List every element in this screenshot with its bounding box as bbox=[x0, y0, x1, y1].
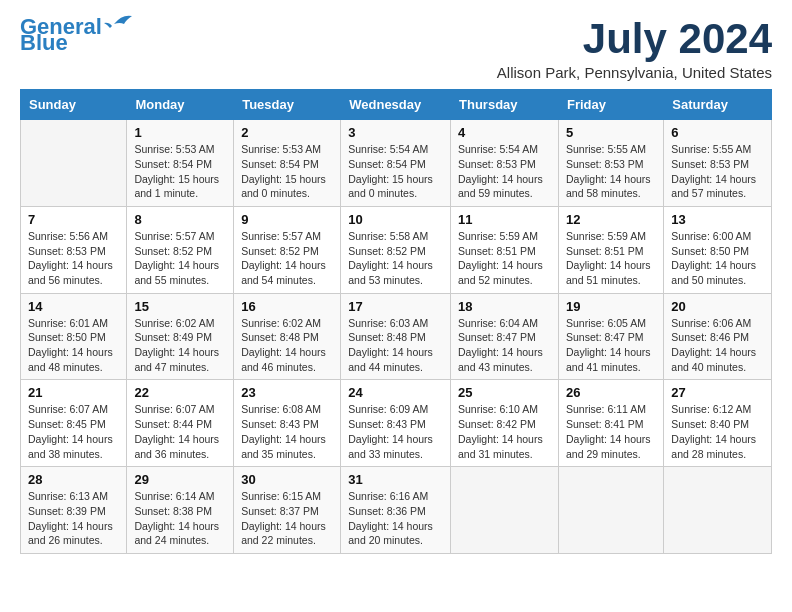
week-row-3: 14Sunrise: 6:01 AMSunset: 8:50 PMDayligh… bbox=[21, 293, 772, 380]
day-number: 9 bbox=[241, 212, 333, 227]
day-number: 2 bbox=[241, 125, 333, 140]
calendar-cell: 7Sunrise: 5:56 AMSunset: 8:53 PMDaylight… bbox=[21, 206, 127, 293]
calendar-cell: 30Sunrise: 6:15 AMSunset: 8:37 PMDayligh… bbox=[234, 467, 341, 554]
day-number: 6 bbox=[671, 125, 764, 140]
day-info: Sunrise: 5:55 AMSunset: 8:53 PMDaylight:… bbox=[671, 142, 764, 201]
day-number: 29 bbox=[134, 472, 226, 487]
day-number: 26 bbox=[566, 385, 656, 400]
calendar-cell: 9Sunrise: 5:57 AMSunset: 8:52 PMDaylight… bbox=[234, 206, 341, 293]
day-info: Sunrise: 5:57 AMSunset: 8:52 PMDaylight:… bbox=[134, 229, 226, 288]
day-info: Sunrise: 5:54 AMSunset: 8:54 PMDaylight:… bbox=[348, 142, 443, 201]
calendar-cell: 6Sunrise: 5:55 AMSunset: 8:53 PMDaylight… bbox=[664, 120, 772, 207]
calendar-cell: 1Sunrise: 5:53 AMSunset: 8:54 PMDaylight… bbox=[127, 120, 234, 207]
day-info: Sunrise: 6:00 AMSunset: 8:50 PMDaylight:… bbox=[671, 229, 764, 288]
day-number: 20 bbox=[671, 299, 764, 314]
calendar-cell: 5Sunrise: 5:55 AMSunset: 8:53 PMDaylight… bbox=[558, 120, 663, 207]
day-number: 13 bbox=[671, 212, 764, 227]
logo: General Blue bbox=[20, 16, 134, 54]
day-number: 21 bbox=[28, 385, 119, 400]
page-header: General Blue July 2024 Allison Park, Pen… bbox=[20, 16, 772, 81]
calendar-cell: 25Sunrise: 6:10 AMSunset: 8:42 PMDayligh… bbox=[451, 380, 559, 467]
day-info: Sunrise: 6:01 AMSunset: 8:50 PMDaylight:… bbox=[28, 316, 119, 375]
header-friday: Friday bbox=[558, 90, 663, 120]
calendar-cell: 19Sunrise: 6:05 AMSunset: 8:47 PMDayligh… bbox=[558, 293, 663, 380]
day-number: 11 bbox=[458, 212, 551, 227]
day-info: Sunrise: 5:57 AMSunset: 8:52 PMDaylight:… bbox=[241, 229, 333, 288]
day-number: 10 bbox=[348, 212, 443, 227]
calendar-cell: 3Sunrise: 5:54 AMSunset: 8:54 PMDaylight… bbox=[341, 120, 451, 207]
day-number: 18 bbox=[458, 299, 551, 314]
title-block: July 2024 Allison Park, Pennsylvania, Un… bbox=[497, 16, 772, 81]
calendar-cell: 21Sunrise: 6:07 AMSunset: 8:45 PMDayligh… bbox=[21, 380, 127, 467]
calendar-table: SundayMondayTuesdayWednesdayThursdayFrid… bbox=[20, 89, 772, 554]
day-info: Sunrise: 6:07 AMSunset: 8:45 PMDaylight:… bbox=[28, 402, 119, 461]
day-number: 16 bbox=[241, 299, 333, 314]
calendar-cell bbox=[664, 467, 772, 554]
calendar-cell: 14Sunrise: 6:01 AMSunset: 8:50 PMDayligh… bbox=[21, 293, 127, 380]
calendar-cell: 8Sunrise: 5:57 AMSunset: 8:52 PMDaylight… bbox=[127, 206, 234, 293]
day-info: Sunrise: 6:02 AMSunset: 8:48 PMDaylight:… bbox=[241, 316, 333, 375]
header-wednesday: Wednesday bbox=[341, 90, 451, 120]
calendar-cell: 27Sunrise: 6:12 AMSunset: 8:40 PMDayligh… bbox=[664, 380, 772, 467]
day-number: 22 bbox=[134, 385, 226, 400]
calendar-cell: 28Sunrise: 6:13 AMSunset: 8:39 PMDayligh… bbox=[21, 467, 127, 554]
week-row-2: 7Sunrise: 5:56 AMSunset: 8:53 PMDaylight… bbox=[21, 206, 772, 293]
calendar-cell bbox=[558, 467, 663, 554]
calendar-cell: 13Sunrise: 6:00 AMSunset: 8:50 PMDayligh… bbox=[664, 206, 772, 293]
day-number: 31 bbox=[348, 472, 443, 487]
day-number: 14 bbox=[28, 299, 119, 314]
day-info: Sunrise: 5:59 AMSunset: 8:51 PMDaylight:… bbox=[566, 229, 656, 288]
calendar-header: SundayMondayTuesdayWednesdayThursdayFrid… bbox=[21, 90, 772, 120]
calendar-cell: 26Sunrise: 6:11 AMSunset: 8:41 PMDayligh… bbox=[558, 380, 663, 467]
day-number: 12 bbox=[566, 212, 656, 227]
day-number: 8 bbox=[134, 212, 226, 227]
day-info: Sunrise: 6:06 AMSunset: 8:46 PMDaylight:… bbox=[671, 316, 764, 375]
day-number: 28 bbox=[28, 472, 119, 487]
calendar-cell: 23Sunrise: 6:08 AMSunset: 8:43 PMDayligh… bbox=[234, 380, 341, 467]
calendar-cell: 4Sunrise: 5:54 AMSunset: 8:53 PMDaylight… bbox=[451, 120, 559, 207]
calendar-cell: 20Sunrise: 6:06 AMSunset: 8:46 PMDayligh… bbox=[664, 293, 772, 380]
calendar-body: 1Sunrise: 5:53 AMSunset: 8:54 PMDaylight… bbox=[21, 120, 772, 554]
week-row-5: 28Sunrise: 6:13 AMSunset: 8:39 PMDayligh… bbox=[21, 467, 772, 554]
header-tuesday: Tuesday bbox=[234, 90, 341, 120]
calendar-cell: 18Sunrise: 6:04 AMSunset: 8:47 PMDayligh… bbox=[451, 293, 559, 380]
day-number: 19 bbox=[566, 299, 656, 314]
day-number: 25 bbox=[458, 385, 551, 400]
day-number: 7 bbox=[28, 212, 119, 227]
day-info: Sunrise: 5:59 AMSunset: 8:51 PMDaylight:… bbox=[458, 229, 551, 288]
header-monday: Monday bbox=[127, 90, 234, 120]
month-title: July 2024 bbox=[497, 16, 772, 62]
calendar-cell: 16Sunrise: 6:02 AMSunset: 8:48 PMDayligh… bbox=[234, 293, 341, 380]
day-info: Sunrise: 6:08 AMSunset: 8:43 PMDaylight:… bbox=[241, 402, 333, 461]
day-info: Sunrise: 5:53 AMSunset: 8:54 PMDaylight:… bbox=[134, 142, 226, 201]
day-info: Sunrise: 6:14 AMSunset: 8:38 PMDaylight:… bbox=[134, 489, 226, 548]
day-number: 5 bbox=[566, 125, 656, 140]
day-number: 15 bbox=[134, 299, 226, 314]
day-info: Sunrise: 6:05 AMSunset: 8:47 PMDaylight:… bbox=[566, 316, 656, 375]
calendar-cell: 10Sunrise: 5:58 AMSunset: 8:52 PMDayligh… bbox=[341, 206, 451, 293]
header-row: SundayMondayTuesdayWednesdayThursdayFrid… bbox=[21, 90, 772, 120]
calendar-cell: 29Sunrise: 6:14 AMSunset: 8:38 PMDayligh… bbox=[127, 467, 234, 554]
calendar-cell: 22Sunrise: 6:07 AMSunset: 8:44 PMDayligh… bbox=[127, 380, 234, 467]
calendar-cell bbox=[451, 467, 559, 554]
logo-blue: Blue bbox=[20, 32, 68, 54]
day-info: Sunrise: 6:13 AMSunset: 8:39 PMDaylight:… bbox=[28, 489, 119, 548]
calendar-cell: 31Sunrise: 6:16 AMSunset: 8:36 PMDayligh… bbox=[341, 467, 451, 554]
calendar-cell: 15Sunrise: 6:02 AMSunset: 8:49 PMDayligh… bbox=[127, 293, 234, 380]
week-row-4: 21Sunrise: 6:07 AMSunset: 8:45 PMDayligh… bbox=[21, 380, 772, 467]
logo-bird-icon bbox=[104, 12, 134, 34]
day-info: Sunrise: 5:56 AMSunset: 8:53 PMDaylight:… bbox=[28, 229, 119, 288]
header-saturday: Saturday bbox=[664, 90, 772, 120]
day-number: 17 bbox=[348, 299, 443, 314]
day-info: Sunrise: 5:54 AMSunset: 8:53 PMDaylight:… bbox=[458, 142, 551, 201]
day-info: Sunrise: 6:10 AMSunset: 8:42 PMDaylight:… bbox=[458, 402, 551, 461]
calendar-cell: 12Sunrise: 5:59 AMSunset: 8:51 PMDayligh… bbox=[558, 206, 663, 293]
day-info: Sunrise: 5:58 AMSunset: 8:52 PMDaylight:… bbox=[348, 229, 443, 288]
week-row-1: 1Sunrise: 5:53 AMSunset: 8:54 PMDaylight… bbox=[21, 120, 772, 207]
calendar-cell: 24Sunrise: 6:09 AMSunset: 8:43 PMDayligh… bbox=[341, 380, 451, 467]
day-info: Sunrise: 5:53 AMSunset: 8:54 PMDaylight:… bbox=[241, 142, 333, 201]
day-number: 27 bbox=[671, 385, 764, 400]
day-info: Sunrise: 6:04 AMSunset: 8:47 PMDaylight:… bbox=[458, 316, 551, 375]
day-info: Sunrise: 6:09 AMSunset: 8:43 PMDaylight:… bbox=[348, 402, 443, 461]
day-info: Sunrise: 6:11 AMSunset: 8:41 PMDaylight:… bbox=[566, 402, 656, 461]
